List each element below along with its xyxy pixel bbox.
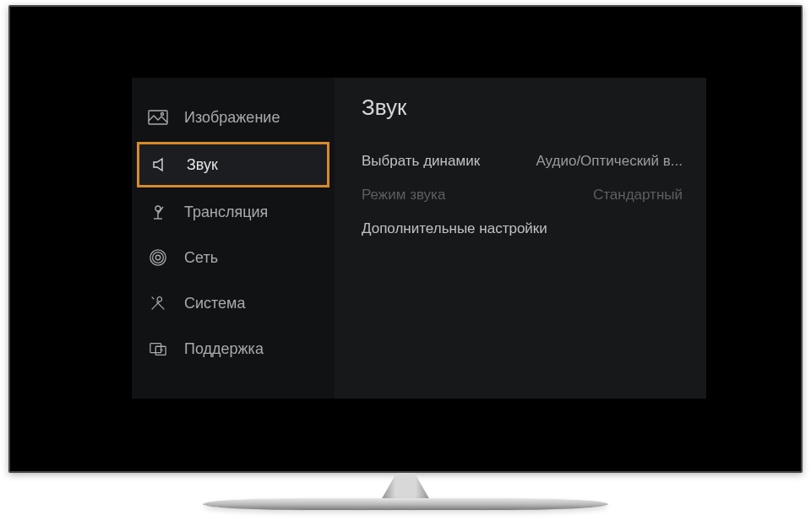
row-value: Аудио/Оптический в... bbox=[536, 153, 683, 170]
sidebar-item-label: Поддержка bbox=[184, 340, 264, 358]
sidebar: Изображение Звук bbox=[132, 78, 335, 399]
settings-menu: Изображение Звук bbox=[132, 78, 706, 399]
network-icon bbox=[147, 248, 169, 267]
sidebar-item-picture[interactable]: Изображение bbox=[132, 95, 335, 140]
svg-point-4 bbox=[153, 252, 164, 263]
content-title: Звук bbox=[362, 95, 683, 121]
content-row-speaker[interactable]: Выбрать динамик Аудио/Оптический в... bbox=[362, 144, 683, 178]
sidebar-item-label: Система bbox=[184, 295, 246, 312]
sidebar-item-broadcast[interactable]: Трансляция bbox=[132, 189, 335, 235]
sidebar-item-network[interactable]: Сеть bbox=[132, 235, 335, 280]
tv-frame: Изображение Звук bbox=[8, 5, 803, 473]
sidebar-item-sound[interactable]: Звук bbox=[137, 142, 329, 187]
sidebar-item-system[interactable]: Система bbox=[132, 280, 335, 326]
row-value: Стандартный bbox=[593, 187, 683, 204]
svg-point-1 bbox=[161, 113, 164, 116]
row-label: Дополнительные настройки bbox=[362, 220, 547, 237]
tv-stand-neck bbox=[380, 473, 431, 502]
content-row-advanced[interactable]: Дополнительные настройки bbox=[362, 212, 683, 246]
tools-icon bbox=[147, 294, 169, 312]
sidebar-item-support[interactable]: ? Поддержка bbox=[132, 326, 335, 372]
sidebar-item-label: Трансляция bbox=[184, 204, 268, 221]
image-icon bbox=[147, 108, 169, 127]
sidebar-item-label: Изображение bbox=[184, 109, 280, 127]
tv-screen: Изображение Звук bbox=[14, 10, 797, 468]
sidebar-item-label: Звук bbox=[187, 156, 218, 174]
antenna-icon bbox=[147, 203, 169, 221]
speaker-icon bbox=[150, 155, 171, 174]
tv-stand-base bbox=[203, 498, 608, 510]
support-icon: ? bbox=[147, 339, 169, 358]
svg-point-3 bbox=[155, 255, 161, 260]
content-panel: Звук Выбрать динамик Аудио/Оптический в.… bbox=[335, 78, 706, 399]
svg-text:?: ? bbox=[160, 347, 163, 355]
row-label: Выбрать динамик bbox=[362, 153, 480, 170]
row-label: Режим звука bbox=[362, 187, 445, 204]
content-row-sound-mode: Режим звука Стандартный bbox=[362, 178, 683, 212]
sidebar-item-label: Сеть bbox=[184, 249, 218, 267]
